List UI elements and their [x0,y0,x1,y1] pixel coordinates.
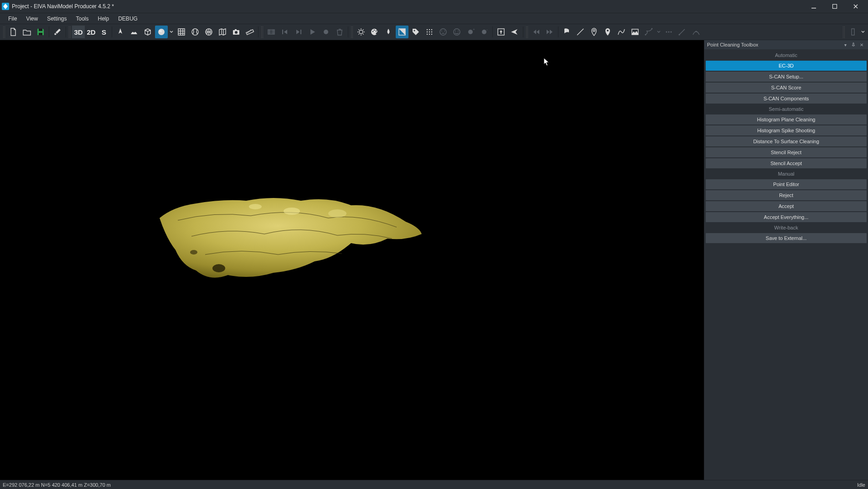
toolbar-grip[interactable] [261,26,264,38]
film-icon[interactable] [265,26,278,38]
dropdown-arrow-icon[interactable] [168,26,175,38]
save-icon[interactable] [34,26,47,38]
svg-point-23 [429,29,430,30]
toolbar-grip[interactable] [526,26,528,38]
toolbar-grip[interactable] [3,26,5,38]
rewind-icon[interactable] [530,26,542,38]
menu-debug[interactable]: DEBUG [114,14,142,23]
view-s-button[interactable]: S [98,26,110,38]
svg-point-18 [374,30,375,31]
open-folder-icon[interactable] [21,26,33,38]
filter-icon[interactable] [847,26,859,38]
image-icon[interactable] [629,26,641,38]
dot-grid-icon[interactable] [423,26,436,38]
svg-point-27 [431,31,432,32]
toolbar-grip[interactable] [842,26,845,38]
tag-icon[interactable] [409,26,422,38]
svg-point-45 [645,34,646,36]
point-editor-button[interactable]: Point Editor [706,179,867,189]
minimize-button[interactable] [803,0,824,13]
panel-options-icon[interactable]: ▾ [842,41,849,48]
scan-components-button[interactable]: S-CAN Components [706,94,867,104]
globe-grid-icon[interactable] [202,26,215,38]
menu-settings[interactable]: Settings [42,14,71,23]
line-icon[interactable] [574,26,587,38]
save-external-button[interactable]: Save to External... [706,233,867,243]
histogram-spike-button[interactable]: Histogram Spike Shooting [706,125,867,135]
grid-icon[interactable] [175,26,188,38]
dropdown-arrow-icon[interactable] [656,26,662,38]
pin-outline-icon[interactable] [588,26,600,38]
panel-pin-icon[interactable] [850,41,857,48]
svg-point-49 [671,31,672,33]
trash-icon[interactable] [333,26,346,38]
close-button[interactable] [845,0,866,13]
panel-close-icon[interactable]: ✕ [858,41,865,48]
section-semi-automatic: Semi-automatic [706,104,867,114]
sun-icon[interactable] [355,26,367,38]
menu-file[interactable]: File [4,14,21,23]
histogram-plane-button[interactable]: Histogram Plane Cleaning [706,114,867,125]
menu-tools[interactable]: Tools [72,14,93,23]
globe-outline-icon[interactable] [189,26,202,38]
toolbar-grip[interactable] [351,26,353,38]
play-icon[interactable] [306,26,319,38]
svg-rect-11 [246,30,254,35]
contrast-icon[interactable] [396,26,408,38]
distance-surface-button[interactable]: Distance To Surface Cleaning [706,136,867,146]
camera-icon[interactable] [230,26,243,38]
flag-icon[interactable] [560,26,573,38]
menu-view[interactable]: View [21,14,42,23]
scan-setup-button[interactable]: S-CAN Setup... [706,72,867,82]
palette-icon[interactable] [368,26,381,38]
new-file-icon[interactable] [7,26,20,38]
terrain-mode-icon[interactable] [128,26,140,38]
svg-point-22 [427,29,428,30]
stencil-reject-button[interactable]: Stencil Reject [706,147,867,157]
skip-back-icon[interactable] [279,26,291,38]
view-2d-button[interactable]: 2D [85,26,98,38]
dropdown-arrow-icon[interactable] [860,26,866,38]
map-icon[interactable] [216,26,229,38]
toolbar-grip[interactable] [68,26,71,38]
ec-3d-button[interactable]: EC-3D [706,61,867,71]
panel-header[interactable]: Point Cleaning Toolbox ▾ ✕ [704,40,868,49]
brush-icon[interactable] [51,26,64,38]
point-cleaning-toolbox-panel: Point Cleaning Toolbox ▾ ✕ Automatic EC-… [704,40,868,480]
svg-point-55 [284,208,300,215]
stencil-accept-button[interactable]: Stencil Accept [706,158,867,168]
accept-button[interactable]: Accept [706,201,867,211]
wireframe-cube-icon[interactable] [141,26,154,38]
3d-viewport[interactable] [0,40,704,480]
shaded-sphere-icon[interactable] [155,26,168,38]
path-icon[interactable] [642,26,655,38]
svg-rect-52 [852,29,854,35]
app-icon [2,3,9,10]
circle-plus-icon[interactable]: + [464,26,477,38]
face-neutral-icon[interactable] [437,26,450,38]
skip-forward-icon[interactable] [292,26,305,38]
view-3d-button[interactable]: 3D [72,26,85,38]
scan-score-button[interactable]: S-CAN Score [706,83,867,93]
fast-forward-icon[interactable] [543,26,556,38]
accept-everything-button[interactable]: Accept Everything... [706,212,867,222]
dots-icon[interactable] [662,26,675,38]
svg-point-31 [440,29,446,35]
circle-minus-icon[interactable]: - [478,26,491,38]
north-arrow-icon[interactable] [114,26,127,38]
edit-bezier-icon[interactable] [690,26,703,38]
window-title: Project - EIVA NaviModel Producer 4.5.2 … [12,3,803,10]
svg-point-51 [696,31,697,32]
reject-button[interactable]: Reject [706,190,867,200]
droplet-icon[interactable] [382,26,395,38]
ruler-icon[interactable] [243,26,256,38]
maximize-button[interactable] [824,0,845,13]
menu-help[interactable]: Help [93,14,114,23]
face-smile-icon[interactable] [450,26,463,38]
pin-filled-icon[interactable] [601,26,614,38]
export-icon[interactable] [495,26,507,38]
curve-icon[interactable] [615,26,628,38]
airplane-icon[interactable] [508,26,521,38]
record-icon[interactable] [320,26,332,38]
edit-line-icon[interactable] [676,26,689,38]
